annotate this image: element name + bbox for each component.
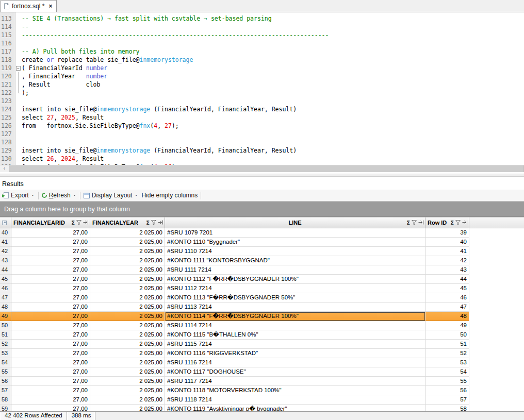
cell-financialyear[interactable]: 2 025,00 <box>90 330 165 340</box>
filter-icon[interactable] <box>412 220 417 226</box>
table-row[interactable]: 4327,002 025,00#KONTO 1111 "KONTORSBYGGN… <box>0 256 524 265</box>
cell-line[interactable]: #SRU 1118 7214 <box>165 395 425 405</box>
cell-rowid[interactable]: 39 <box>425 228 469 238</box>
row-number-cell[interactable]: 45 <box>0 275 11 284</box>
table-row[interactable]: 4727,002 025,00#KONTO 1113 "F�RR�DSBYGGN… <box>0 293 524 303</box>
cell-line[interactable]: #SRU 1116 7214 <box>165 358 425 367</box>
code-line[interactable]: 121, Result clob <box>0 80 524 89</box>
pin-column-icon[interactable] <box>83 220 89 226</box>
code-line[interactable]: 123 <box>0 97 524 105</box>
cell-line[interactable]: #SRU 1110 7214 <box>165 247 425 256</box>
cell-rowid[interactable]: 51 <box>425 340 469 349</box>
pin-column-icon[interactable] <box>462 220 468 226</box>
cell-financialyear[interactable]: 2 025,00 <box>90 386 165 395</box>
cell-line[interactable]: #SRU 1114 7214 <box>165 321 425 330</box>
table-row[interactable]: 4827,002 025,00#SRU 1113 721447 <box>0 303 524 312</box>
cell-financialyear[interactable]: 2 025,00 <box>90 340 165 349</box>
table-row[interactable]: 4627,002 025,00#SRU 1112 721445 <box>0 284 524 293</box>
cell-financialyearid[interactable]: 27,00 <box>11 377 90 386</box>
cell-rowid[interactable]: 49 <box>425 321 469 330</box>
cell-rowid[interactable]: 54 <box>425 367 469 377</box>
row-number-cell[interactable]: 41 <box>0 238 11 247</box>
cell-financialyear[interactable]: 2 025,00 <box>90 358 165 367</box>
column-header-row-id[interactable]: Row IDΣ <box>425 217 469 228</box>
code-line[interactable]: 120, FinancialYear number <box>0 72 524 80</box>
cell-financialyearid[interactable]: 27,00 <box>11 405 90 411</box>
column-header-financialyear[interactable]: FINANCIALYEARΣ <box>90 217 165 228</box>
row-number-cell[interactable]: 42 <box>0 247 11 256</box>
cell-line[interactable]: #KONTO 1116 "RIGGVERKSTAD" <box>165 349 425 358</box>
pin-column-icon[interactable] <box>418 220 424 226</box>
cell-rowid[interactable]: 47 <box>425 303 469 312</box>
cell-financialyearid[interactable]: 27,00 <box>11 358 90 367</box>
cell-line[interactable]: #SRU 1112 7214 <box>165 284 425 293</box>
cell-line[interactable]: #SRU 1111 7214 <box>165 265 425 275</box>
group-by-drop-zone[interactable]: Drag a column here to group by that colu… <box>0 201 524 217</box>
row-number-cell[interactable]: 47 <box>0 293 11 303</box>
cell-financialyear[interactable]: 2 025,00 <box>90 349 165 358</box>
cell-financialyearid[interactable]: 27,00 <box>11 256 90 265</box>
table-row[interactable]: 5927,002 025,00#KONTO 1119 "Avsktivninga… <box>0 405 524 411</box>
table-row[interactable]: 4527,002 025,00#KONTO 1112 "F�RR�DSBYGGN… <box>0 275 524 284</box>
row-number-cell[interactable]: 44 <box>0 265 11 275</box>
cell-financialyearid[interactable]: 27,00 <box>11 293 90 303</box>
row-number-cell[interactable]: 56 <box>0 377 11 386</box>
cell-rowid[interactable]: 57 <box>425 395 469 405</box>
cell-line[interactable]: #SRU 1115 7214 <box>165 340 425 349</box>
cell-line[interactable]: #SRU 1113 7214 <box>165 303 425 312</box>
table-row[interactable]: 5827,002 025,00#SRU 1118 721457 <box>0 395 524 405</box>
row-number-cell[interactable]: 43 <box>0 256 11 265</box>
row-number-cell[interactable]: 58 <box>0 395 11 405</box>
row-number-cell[interactable]: 51 <box>0 330 11 340</box>
cell-financialyear[interactable]: 2 025,00 <box>90 395 165 405</box>
display-layout-button[interactable]: Display Layout · <box>82 190 140 201</box>
cell-line[interactable]: #KONTO 1115 "B�THALLEN 0%" <box>165 330 425 340</box>
cell-rowid[interactable]: 50 <box>425 330 469 340</box>
code-line[interactable]: 126from fortnox.Sie.SieFileByType@fnx(4,… <box>0 122 524 130</box>
code-line[interactable]: 116 <box>0 39 524 47</box>
cell-financialyearid[interactable]: 27,00 <box>11 321 90 330</box>
table-row[interactable]: 5027,002 025,00#SRU 1114 721449 <box>0 321 524 330</box>
cell-line[interactable]: #KONTO 1113 "F�RR�DSBYGGNADER 50%" <box>165 293 425 303</box>
cell-financialyearid[interactable]: 27,00 <box>11 275 90 284</box>
row-number-cell[interactable]: 55 <box>0 367 11 377</box>
cell-rowid[interactable]: 44 <box>425 275 469 284</box>
export-dropdown-icon[interactable]: · <box>31 192 35 199</box>
cell-financialyear[interactable]: 2 025,00 <box>90 303 165 312</box>
cell-rowid[interactable]: 48 <box>425 312 469 321</box>
cell-financialyearid[interactable]: 27,00 <box>11 330 90 340</box>
cell-line[interactable]: #KONTO 1110 "Byggnader" <box>165 238 425 247</box>
select-all-corner[interactable] <box>0 217 11 228</box>
cell-rowid[interactable]: 45 <box>425 284 469 293</box>
results-grid[interactable]: 4027,002 025,00#SRU 1079 7201394127,002 … <box>0 228 524 411</box>
table-row[interactable]: 5127,002 025,00#KONTO 1115 "B�THALLEN 0%… <box>0 330 524 340</box>
cell-financialyear[interactable]: 2 025,00 <box>90 228 165 238</box>
pin-column-icon[interactable] <box>158 220 163 226</box>
row-number-cell[interactable]: 53 <box>0 349 11 358</box>
cell-financialyear[interactable]: 2 025,00 <box>90 284 165 293</box>
cell-rowid[interactable]: 58 <box>425 405 469 411</box>
code-line[interactable]: 131from fortnox.Sie.SieFileByType@fnx(4,… <box>0 163 524 165</box>
export-button[interactable]: Export · <box>2 190 37 201</box>
cell-financialyear[interactable]: 2 025,00 <box>90 265 165 275</box>
column-header-line[interactable]: LINEΣ <box>165 217 425 228</box>
cell-financialyearid[interactable]: 27,00 <box>11 228 90 238</box>
table-row[interactable]: 4927,002 025,00#KONTO 1114 "F�RR�DSBYGGN… <box>0 312 524 321</box>
table-row[interactable]: 4127,002 025,00#KONTO 1110 "Byggnader"40 <box>0 238 524 247</box>
cell-line[interactable]: #KONTO 1112 "F�RR�DSBYGGNADER 100%" <box>165 275 425 284</box>
row-number-cell[interactable]: 52 <box>0 340 11 349</box>
cell-rowid[interactable]: 56 <box>425 386 469 395</box>
cell-financialyearid[interactable]: 27,00 <box>11 312 90 321</box>
cell-rowid[interactable]: 55 <box>425 377 469 386</box>
close-tab-icon[interactable]: × <box>48 3 52 10</box>
cell-financialyear[interactable]: 2 025,00 <box>90 312 165 321</box>
code-line[interactable]: 128 <box>0 138 524 146</box>
cell-financialyear[interactable]: 2 025,00 <box>90 367 165 377</box>
editor-results-splitter[interactable] <box>0 172 524 178</box>
tab-fortnox-sql[interactable]: fortnox.sql * × <box>1 0 57 12</box>
cell-line[interactable]: #KONTO 1118 "MOTORVERKSTAD 100%" <box>165 386 425 395</box>
cell-financialyear[interactable]: 2 025,00 <box>90 293 165 303</box>
cell-financialyearid[interactable]: 27,00 <box>11 284 90 293</box>
cell-financialyearid[interactable]: 27,00 <box>11 303 90 312</box>
code-line[interactable]: 127 <box>0 130 524 138</box>
